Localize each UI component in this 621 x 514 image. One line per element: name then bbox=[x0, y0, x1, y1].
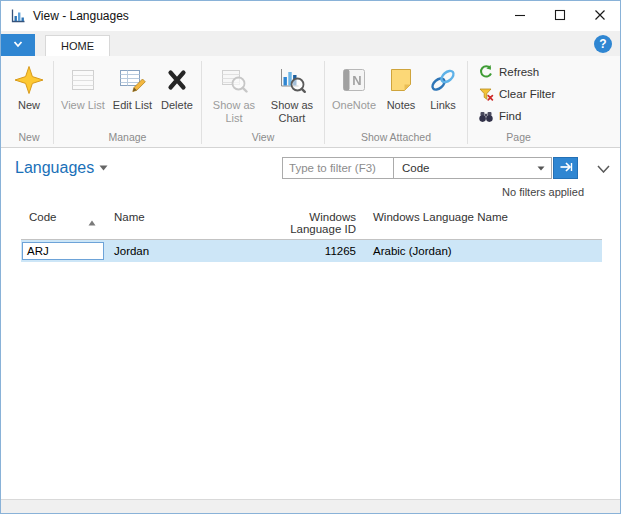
close-button[interactable] bbox=[580, 1, 620, 31]
ribbon-group-view: Show as List Show as Chart View bbox=[202, 57, 324, 147]
show-as-list-button: Show as List bbox=[205, 59, 263, 127]
table-row[interactable]: ARJ Jordan 11265 Arabic (Jordan) bbox=[21, 240, 602, 262]
column-header-name-label: Name bbox=[114, 211, 145, 223]
app-chart-icon bbox=[10, 8, 26, 24]
show-as-chart-label: Show as Chart bbox=[267, 99, 317, 124]
cell-wlid-value: 11265 bbox=[325, 245, 356, 257]
window-bottom-strip bbox=[1, 499, 620, 513]
help-question-label: ? bbox=[599, 37, 606, 51]
sort-ascending-icon bbox=[88, 220, 96, 226]
column-header-code[interactable]: Code bbox=[21, 211, 106, 223]
chevron-down-icon bbox=[537, 166, 545, 171]
refresh-button[interactable]: Refresh bbox=[475, 62, 546, 82]
cell-wlname-value: Arabic (Jordan) bbox=[373, 245, 452, 257]
filter-column-dropdown[interactable]: Code bbox=[394, 157, 552, 179]
view-list-button: View List bbox=[57, 59, 109, 115]
onenote-label: OneNote bbox=[332, 99, 376, 112]
column-header-code-label: Code bbox=[29, 211, 57, 223]
notes-icon bbox=[385, 64, 417, 96]
page-title-caret-icon[interactable] bbox=[99, 165, 108, 171]
show-as-chart-button[interactable]: Show as Chart bbox=[263, 59, 321, 127]
chevron-down-icon bbox=[11, 37, 25, 54]
edit-list-label: Edit List bbox=[113, 99, 152, 112]
new-button-label: New bbox=[18, 99, 40, 112]
show-as-list-label: Show as List bbox=[209, 99, 259, 124]
minimize-icon bbox=[514, 9, 526, 24]
cell-name-value: Jordan bbox=[114, 245, 149, 257]
ribbon-group-label-show-attached: Show Attached bbox=[328, 130, 464, 147]
ribbon-group-label-view: View bbox=[205, 130, 321, 147]
clear-filter-label: Clear Filter bbox=[499, 88, 555, 100]
tab-home-label: HOME bbox=[61, 40, 94, 52]
close-icon bbox=[594, 9, 606, 24]
links-label: Links bbox=[430, 99, 456, 112]
apply-filter-button[interactable] bbox=[553, 157, 578, 179]
arrow-right-icon bbox=[559, 160, 573, 177]
new-star-icon bbox=[13, 64, 45, 96]
notes-label: Notes bbox=[387, 99, 416, 112]
cell-code[interactable]: ARJ bbox=[21, 242, 106, 260]
cell-code-value[interactable]: ARJ bbox=[22, 242, 104, 260]
notes-button[interactable]: Notes bbox=[380, 59, 422, 115]
delete-button[interactable]: Delete bbox=[156, 59, 198, 115]
ribbon-group-new: New New bbox=[5, 57, 53, 147]
grid-header-row: Code Name Windows Language ID Windows La… bbox=[21, 206, 602, 240]
clear-filter-button[interactable]: Clear Filter bbox=[475, 84, 562, 104]
collapse-pane-button[interactable] bbox=[590, 156, 616, 180]
find-binoculars-icon bbox=[478, 108, 494, 124]
page-title[interactable]: Languages bbox=[15, 159, 94, 177]
chevron-down-icon bbox=[597, 161, 610, 176]
find-button[interactable]: Find bbox=[475, 106, 528, 126]
help-button[interactable]: ? bbox=[594, 35, 612, 53]
title-bar: View - Languages bbox=[1, 1, 620, 31]
show-as-list-icon bbox=[218, 64, 250, 96]
cell-windows-language-id[interactable]: 11265 bbox=[236, 245, 356, 257]
column-header-windows-language-id[interactable]: Windows Language ID bbox=[236, 211, 356, 235]
window: View - Languages HOME ? bbox=[0, 0, 621, 514]
ribbon-group-label-manage: Manage bbox=[57, 130, 198, 147]
cell-windows-language-name[interactable]: Arabic (Jordan) bbox=[356, 245, 602, 257]
column-header-wlname-label: Windows Language Name bbox=[373, 211, 508, 223]
filter-bar: Code bbox=[282, 157, 578, 179]
maximize-icon bbox=[554, 9, 566, 24]
app-menu-button[interactable] bbox=[1, 34, 35, 56]
grid-empty-area bbox=[21, 262, 620, 499]
new-button[interactable]: New bbox=[8, 59, 50, 115]
refresh-icon bbox=[478, 64, 494, 80]
edit-list-icon bbox=[116, 64, 148, 96]
ribbon-group-show-attached: N OneNote Notes Links Show Atta bbox=[325, 57, 467, 147]
ribbon: New New View List Edit List bbox=[1, 56, 620, 148]
onenote-button: N OneNote bbox=[328, 59, 380, 115]
onenote-icon: N bbox=[338, 64, 370, 96]
links-button[interactable]: Links bbox=[422, 59, 464, 115]
clear-filter-funnel-icon bbox=[478, 86, 494, 102]
view-list-icon bbox=[67, 64, 99, 96]
column-header-windows-language-name[interactable]: Windows Language Name bbox=[356, 211, 602, 223]
ribbon-group-page: Refresh Clear Filter Find Page bbox=[468, 57, 569, 147]
show-as-chart-icon bbox=[276, 64, 308, 96]
find-label: Find bbox=[499, 110, 521, 122]
delete-label: Delete bbox=[161, 99, 193, 112]
column-header-name[interactable]: Name bbox=[106, 211, 236, 223]
filter-status: No filters applied bbox=[1, 186, 620, 206]
page-header: Languages Code bbox=[1, 148, 620, 186]
window-title: View - Languages bbox=[33, 9, 129, 23]
edit-list-button[interactable]: Edit List bbox=[109, 59, 156, 115]
column-header-wlid-label: Windows Language ID bbox=[276, 211, 356, 235]
ribbon-group-label-new: New bbox=[8, 130, 50, 147]
cell-name[interactable]: Jordan bbox=[106, 245, 236, 257]
delete-x-icon bbox=[161, 64, 193, 96]
svg-text:N: N bbox=[352, 73, 361, 88]
view-list-label: View List bbox=[61, 99, 105, 112]
languages-grid: Code Name Windows Language ID Windows La… bbox=[1, 206, 620, 499]
minimize-button[interactable] bbox=[500, 1, 540, 31]
ribbon-group-manage: View List Edit List Delete Manage bbox=[54, 57, 201, 147]
filter-input[interactable] bbox=[282, 157, 394, 179]
refresh-label: Refresh bbox=[499, 66, 539, 78]
window-controls bbox=[500, 1, 620, 31]
ribbon-tab-row: HOME ? bbox=[1, 31, 620, 56]
tab-home[interactable]: HOME bbox=[45, 35, 110, 56]
filter-column-value: Code bbox=[402, 162, 430, 174]
maximize-button[interactable] bbox=[540, 1, 580, 31]
ribbon-group-label-page: Page bbox=[471, 130, 566, 147]
